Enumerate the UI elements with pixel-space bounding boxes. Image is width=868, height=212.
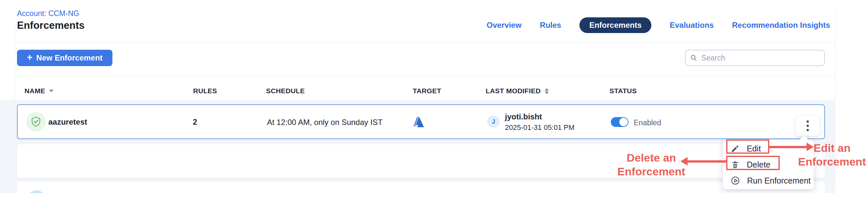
delete-arrow (687, 160, 726, 163)
play-circle-icon (731, 176, 740, 185)
account-breadcrumb[interactable]: Account: CCM-NG (17, 9, 79, 18)
toggle-knob (619, 118, 628, 126)
search-icon (690, 54, 698, 62)
column-label-last-modified: LAST MODIFIED (486, 87, 541, 95)
enforcement-type-badge (26, 112, 46, 132)
search-field[interactable] (685, 50, 825, 66)
column-header-status: STATUS (610, 87, 637, 95)
delete-annotation-line2: Enforcement (614, 164, 688, 178)
column-label-target: TARGET (413, 87, 441, 95)
top-nav-tabs: Overview Rules Enforcements Evaluations … (487, 18, 830, 33)
delete-annotation-label: Delete an Enforcement (614, 151, 688, 178)
column-header-name[interactable]: NAME (25, 87, 54, 95)
tab-enforcements[interactable]: Enforcements (580, 17, 651, 33)
row-schedule: At 12:00 AM, only on Sunday IST (267, 118, 383, 127)
status-toggle[interactable] (611, 117, 628, 127)
column-header-last-modified[interactable]: LAST MODIFIED (486, 87, 549, 95)
edit-highlight-box (726, 139, 769, 154)
sort-desc-icon (49, 90, 54, 92)
search-input[interactable] (701, 53, 819, 63)
column-header-rules: RULES (193, 87, 217, 95)
header-divider (16, 43, 835, 43)
kebab-dot (807, 129, 809, 131)
tab-evaluations[interactable]: Evaluations (670, 21, 714, 30)
sort-both-icon (545, 88, 549, 94)
table-row[interactable]: aazuretest 2 At 12:00 AM, only on Sunday… (17, 104, 825, 139)
delete-annotation-line1: Delete an (614, 151, 688, 164)
kebab-dot (807, 125, 809, 127)
modified-by: jyoti.bisht (505, 112, 575, 122)
toolbar-divider (16, 76, 835, 76)
edit-annotation-line2: Enforcement (796, 155, 868, 168)
column-header-target: TARGET (413, 87, 441, 95)
kebab-dot (807, 121, 809, 123)
column-label-name: NAME (25, 87, 45, 95)
avatar: J (487, 115, 500, 128)
tab-recommendation-insights[interactable]: Recommendation Insights (732, 21, 830, 30)
edit-annotation-label: Edit an Enforcement (796, 141, 868, 168)
row-actions-button[interactable] (795, 115, 820, 136)
row-name: aazuretest (49, 117, 87, 127)
column-label-rules: RULES (193, 87, 217, 95)
edit-annotation-line1: Edit an (796, 141, 868, 155)
tab-rules[interactable]: Rules (540, 21, 561, 30)
page-title: Enforcements (17, 20, 85, 31)
menu-item-run-enforcement[interactable]: Run Enforcement (723, 173, 814, 188)
enforcements-page: Account: CCM-NG Enforcements Overview Ru… (0, 0, 868, 212)
panel-left-border (16, 25, 16, 193)
canvas-bottom-mask (0, 193, 868, 212)
status-label: Enabled (634, 118, 661, 127)
modified-timestamp: 2025-01-31 05:01 PM (505, 123, 575, 132)
delete-highlight-box (726, 156, 780, 170)
column-header-schedule: SCHEDULE (266, 87, 305, 95)
last-modified-cell: jyoti.bisht 2025-01-31 05:01 PM (505, 112, 575, 132)
new-enforcement-label: New Enforcement (36, 53, 103, 62)
new-enforcement-button[interactable]: + New Enforcement (17, 50, 113, 66)
column-label-status: STATUS (610, 87, 637, 95)
shield-check-icon (30, 116, 42, 128)
plus-icon: + (27, 53, 32, 62)
azure-icon (411, 115, 425, 128)
column-label-schedule: SCHEDULE (266, 87, 305, 95)
menu-label-run-enforcement: Run Enforcement (747, 176, 811, 186)
row-rules-count: 2 (193, 117, 197, 127)
tab-overview[interactable]: Overview (487, 21, 522, 30)
